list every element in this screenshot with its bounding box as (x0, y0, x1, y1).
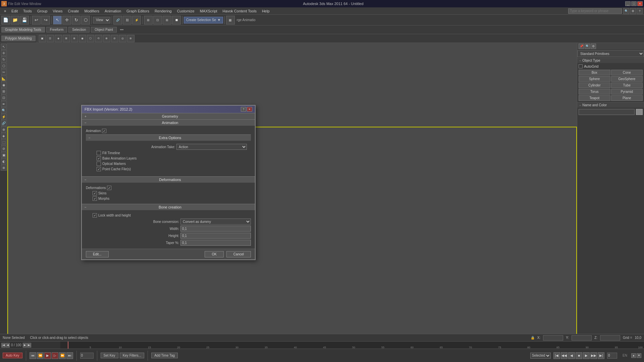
extra-options-header[interactable]: − Extra Options (86, 134, 251, 141)
lock-wh-checkbox[interactable] (93, 213, 97, 218)
undo-button[interactable]: ↩ (32, 16, 41, 24)
poly-tool-5[interactable]: ⊗ (71, 35, 78, 42)
set-key-button[interactable]: Set Key (101, 353, 118, 358)
deformations-checkbox[interactable] (107, 186, 111, 190)
poly-tool-1[interactable]: ▣ (39, 35, 46, 42)
tool-19[interactable]: ◐ (1, 158, 7, 164)
array-button[interactable]: ⊞ (163, 16, 171, 24)
poly-tool-12[interactable]: ⊛ (127, 35, 135, 42)
bone-creation-section-header[interactable]: − Bone creation (82, 204, 255, 210)
torus-button[interactable]: Torus (579, 89, 610, 95)
z-coord-input[interactable] (600, 335, 620, 341)
menu-animation[interactable]: Animation (102, 8, 124, 14)
pyramid-button[interactable]: Pyramid (611, 89, 643, 95)
panel-pin-button[interactable]: 📌 (579, 44, 584, 49)
menu-tools[interactable]: Tools (20, 8, 35, 14)
timeline-prev-button[interactable]: ◀ (6, 343, 10, 348)
edit-button[interactable]: Edit... (86, 251, 109, 257)
panel-search-button[interactable]: 🔍 (585, 44, 590, 49)
box-button[interactable]: Box (579, 70, 610, 75)
go-start-button[interactable]: ⏮ (30, 352, 36, 359)
subtab-polygon-modeling[interactable]: Polygon Modeling (1, 36, 36, 41)
menu-file[interactable]: ■ (1, 8, 9, 13)
poly-tool-9[interactable]: ⊕ (103, 35, 110, 42)
lock-icon[interactable]: 🔒 (531, 336, 535, 340)
poly-tool-3[interactable]: ◈ (55, 35, 62, 42)
tool-20[interactable]: ⊗ (1, 165, 7, 171)
open-button[interactable]: 📁 (11, 16, 19, 24)
key-filters-button[interactable]: Key Filters... (120, 353, 145, 358)
auto-key-button[interactable]: Auto Key (3, 353, 22, 358)
poly-tool-2[interactable]: ⊡ (47, 35, 54, 42)
tool-7[interactable]: ◉ (1, 82, 7, 88)
taper-input[interactable] (180, 240, 251, 246)
point-cache-checkbox[interactable] (97, 167, 101, 171)
menu-havok[interactable]: Havok Content Tools (220, 8, 259, 14)
menu-create[interactable]: Create (65, 8, 82, 14)
tool-select[interactable]: ↖ (1, 44, 7, 50)
lang-btn[interactable]: ▲ (631, 353, 636, 358)
menu-views[interactable]: Views (50, 8, 65, 14)
menu-search-input[interactable] (568, 8, 622, 14)
tool-16[interactable]: ⬚ (1, 139, 7, 145)
color-swatch[interactable] (636, 109, 643, 115)
scale-button[interactable]: ⬡ (81, 16, 90, 24)
time-prev-key-button[interactable]: ◀ (568, 352, 575, 359)
animation-take-dropdown[interactable]: Action (176, 144, 247, 150)
tool-17[interactable]: ⊘ (1, 145, 7, 152)
next-frame-button[interactable]: ⏩ (59, 352, 66, 359)
link-button[interactable]: 🔗 (113, 16, 122, 24)
bone-conversion-dropdown[interactable]: Convert as dummy (180, 219, 251, 225)
unlink-button[interactable]: ⛓ (123, 16, 131, 24)
skins-checkbox[interactable] (93, 191, 97, 195)
animation-checkbox[interactable] (102, 129, 106, 133)
time-next-button[interactable]: ▶▶ (590, 352, 597, 359)
height-input[interactable] (180, 233, 251, 239)
ribbon-button[interactable]: ▦ (226, 16, 235, 24)
ok-button[interactable]: OK (205, 251, 223, 257)
search-icon[interactable]: 🔍 (623, 8, 629, 14)
object-name-input[interactable] (579, 109, 635, 115)
sphere-button[interactable]: Sphere (579, 76, 610, 82)
tool-5[interactable]: ✂ (1, 69, 7, 75)
tool-12[interactable]: ⚡ (1, 114, 7, 120)
timeline-ruler[interactable]: 5 10 15 20 25 30 35 40 45 50 55 60 65 70… (60, 342, 644, 349)
y-coord-input[interactable] (572, 335, 592, 341)
timeline-start-button[interactable]: |◀ (1, 343, 5, 348)
snap-button[interactable]: 🔲 (172, 16, 181, 24)
tube-button[interactable]: Tube (611, 82, 643, 88)
animation-section-header[interactable]: − Animation (82, 119, 255, 126)
standard-primitives-dropdown[interactable]: Standard Primitives (577, 50, 644, 57)
menu-group[interactable]: Group (35, 8, 50, 14)
geosphere-button[interactable]: GeoSphere (611, 76, 643, 82)
timeline-next-button[interactable]: ▶ (23, 343, 27, 348)
question-icon[interactable]: ? (637, 8, 643, 14)
tool-14[interactable]: ⊕ (1, 126, 7, 132)
poly-tool-6[interactable]: ◉ (79, 35, 86, 42)
geometry-section-header[interactable]: + Geometry (82, 113, 255, 119)
tab-freeform[interactable]: Freeform (46, 27, 67, 33)
selected-dropdown[interactable]: Selected (530, 353, 551, 359)
time-prev-button[interactable]: ◀◀ (561, 352, 568, 359)
name-color-section-header[interactable]: − Name and Color (577, 102, 644, 108)
minimize-button[interactable]: _ (625, 1, 631, 6)
close-button[interactable]: ✕ (637, 1, 643, 6)
lang-btn2[interactable]: ▼ (637, 353, 641, 358)
play-button[interactable]: ▶ (44, 352, 51, 359)
menu-customize[interactable]: Customize (174, 8, 197, 14)
time-stop-button[interactable]: ■ (576, 352, 582, 359)
poly-tool-10[interactable]: ⊘ (111, 35, 118, 42)
tab-graphite-modeling[interactable]: Graphite Modeling Tools (1, 27, 45, 33)
tool-15[interactable]: ◈ (1, 133, 7, 139)
mirror-button[interactable]: ⊡ (153, 16, 162, 24)
fill-timeline-checkbox[interactable] (97, 151, 101, 155)
tool-8[interactable]: ⊞ (1, 88, 7, 94)
tool-rotate[interactable]: ↻ (1, 56, 7, 62)
tool-move[interactable]: ✛ (1, 50, 7, 56)
poly-tool-4[interactable]: ⊞ (63, 35, 70, 42)
maximize-button[interactable]: □ (631, 1, 637, 6)
tool-10[interactable]: ✒ (1, 101, 7, 107)
tab-object-paint[interactable]: Object Paint (91, 27, 116, 33)
tool-11[interactable]: 🔍 (1, 107, 7, 113)
poly-tool-7[interactable]: ⬡ (87, 35, 94, 42)
